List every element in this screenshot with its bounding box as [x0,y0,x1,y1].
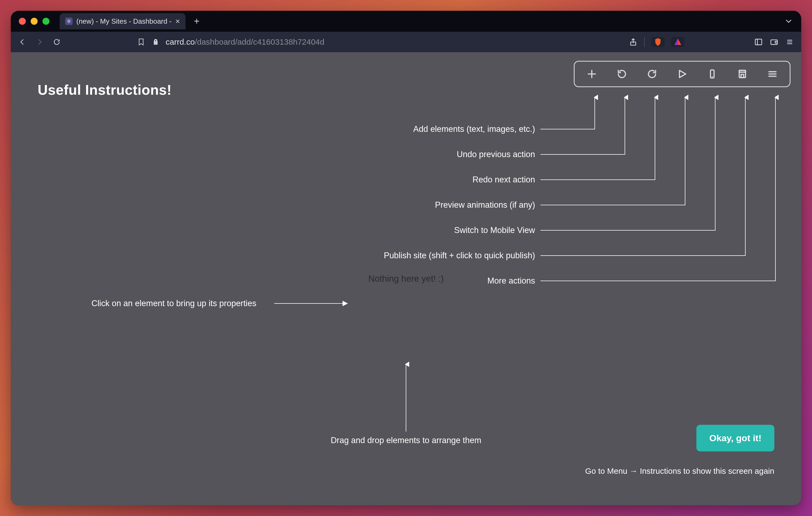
editor-toolbar [574,61,790,87]
publish-button[interactable] [727,64,757,84]
bookmark-button[interactable] [137,37,146,47]
instruction-more: More actions [488,276,535,286]
tabs-menu-button[interactable] [784,17,793,27]
url-path: /dashboard/add/c41603138h72404d [195,37,324,46]
svg-marker-2 [674,38,678,45]
wallet-button[interactable] [770,37,779,47]
instruction-add: Add elements (text, images, etc.) [413,124,535,134]
instruction-mobile: Switch to Mobile View [454,225,535,235]
sidebar-toggle-button[interactable] [754,37,763,47]
new-tab-button[interactable]: + [191,15,203,27]
reload-button[interactable] [52,37,61,47]
undo-button[interactable] [607,64,637,84]
minimize-window-button[interactable] [31,18,38,25]
footer-note: Go to Menu → Instructions to show this s… [585,466,774,476]
close-tab-button[interactable]: × [175,17,180,25]
add-element-button[interactable] [577,64,607,84]
divider [644,37,645,47]
maximize-window-button[interactable] [42,18,50,25]
editor-canvas: Useful Instructions! Nothing here yet! :… [11,52,801,505]
instruction-drag-drop: Drag and drop elements to arrange them [331,436,481,445]
back-button[interactable] [18,37,27,47]
url-field[interactable]: carrd.co/dashboard/add/c41603138h72404d [166,37,324,47]
url-host: carrd.co [166,37,195,46]
window-controls [19,18,50,25]
svg-rect-16 [739,71,745,72]
instruction-publish: Publish site (shift + click to quick pub… [384,251,535,261]
instruction-preview: Preview animations (if any) [435,200,535,210]
svg-marker-12 [679,71,686,78]
svg-rect-6 [775,41,777,43]
tab-title: (new) - My Sites - Dashboard - [76,17,172,26]
lock-icon [151,37,160,47]
brave-shields-button[interactable] [651,37,665,47]
canvas-placeholder: Nothing here yet! :) [368,274,444,284]
okay-got-it-button[interactable]: Okay, got it! [696,425,774,452]
tab-favicon [65,18,72,25]
page-title: Useful Instructions! [38,82,172,98]
svg-rect-3 [755,39,762,45]
preview-button[interactable] [667,64,697,84]
browser-window: (new) - My Sites - Dashboard - × + [11,11,801,505]
more-actions-button[interactable] [757,64,787,84]
tab-strip: (new) - My Sites - Dashboard - × + [11,11,801,32]
brave-rewards-button[interactable] [671,37,685,47]
browser-menu-button[interactable] [785,37,794,47]
svg-rect-17 [741,75,744,78]
instruction-redo: Redo next action [472,175,535,185]
forward-button [35,37,44,47]
instruction-undo: Undo previous action [457,150,535,159]
share-button[interactable] [629,37,638,47]
close-window-button[interactable] [19,18,26,25]
svg-rect-5 [771,40,777,45]
instruction-click-element: Click on an element to bring up its prop… [91,299,256,308]
redo-button[interactable] [637,64,667,84]
browser-tab[interactable]: (new) - My Sites - Dashboard - × [60,13,185,29]
address-bar: carrd.co/dashboard/add/c41603138h72404d [11,32,801,52]
mobile-view-button[interactable] [697,64,727,84]
